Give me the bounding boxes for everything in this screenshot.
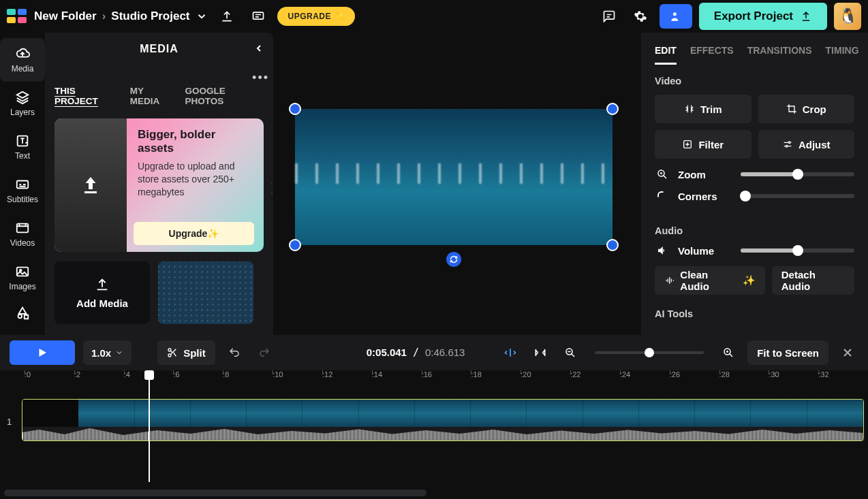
rail-text[interactable]: Text (0, 125, 45, 169)
rail-subtitles[interactable]: Subtitles (0, 169, 45, 212)
tab-effects[interactable]: EFFECTS (690, 45, 734, 65)
chevron-down-icon[interactable] (196, 10, 208, 22)
ruler-tick: :0 (25, 370, 74, 387)
gear-icon[interactable] (628, 4, 653, 29)
crop-icon (786, 103, 797, 114)
tab-google-photos[interactable]: GOOGLE PHOTOS (185, 86, 264, 109)
timeline-ruler[interactable]: :0:2:4:6:8:10:12:14:16:18:20:22:24:26:28… (0, 370, 868, 387)
svg-rect-0 (253, 12, 263, 19)
svg-point-9 (786, 145, 788, 147)
track-number: 1 (7, 417, 12, 427)
clean-audio-button[interactable]: Clean Audio ✨ (655, 266, 765, 295)
ruler-tick: :10 (273, 370, 322, 387)
scissors-icon (167, 347, 178, 358)
shapes-icon (15, 306, 30, 321)
chevron-down-icon (115, 349, 123, 357)
rail-videos[interactable]: Videos (0, 212, 45, 256)
media-clip-thumbnail[interactable] (158, 261, 253, 324)
rail-layers[interactable]: Layers (0, 82, 45, 125)
ruler-tick: :30 (769, 370, 818, 387)
tab-my-media[interactable]: MY MEDIA (130, 86, 174, 109)
corners-slider[interactable] (741, 194, 854, 198)
export-icon (800, 10, 812, 22)
fit-to-screen-button[interactable]: Fit to Screen (747, 340, 828, 365)
upload-icon (95, 277, 110, 292)
tab-this-project[interactable]: THIS PROJECT (55, 86, 119, 109)
filter-button[interactable]: Filter (655, 130, 751, 159)
app-logo[interactable] (7, 9, 27, 24)
ruler-tick: :2 (74, 370, 124, 387)
adjust-button[interactable]: Adjust (758, 130, 855, 159)
resize-handle-tl[interactable] (289, 103, 301, 115)
snap-button[interactable] (499, 342, 521, 364)
adjust-icon (782, 139, 793, 150)
image-icon (15, 264, 30, 279)
invite-button[interactable] (660, 4, 692, 29)
zoom-label: Zoom (678, 169, 732, 180)
ruler-tick: :6 (173, 370, 223, 387)
tab-timing[interactable]: TIMING (826, 45, 859, 65)
comment-icon[interactable] (246, 4, 270, 29)
undo-button[interactable] (223, 342, 245, 364)
ruler-tick: :22 (570, 370, 620, 387)
resize-handle-bl[interactable] (289, 239, 301, 251)
rail-images[interactable]: Images (0, 256, 45, 300)
upgrade-button[interactable]: UPGRADE ✨ (277, 7, 356, 26)
resize-handle-tr[interactable] (606, 103, 619, 115)
timeline-scrollbar[interactable] (4, 489, 427, 496)
layers-icon (15, 90, 30, 105)
split-button[interactable]: Split (157, 340, 215, 365)
speed-selector[interactable]: 1.0x (83, 340, 131, 365)
rail-media[interactable]: Media (0, 38, 45, 82)
play-button[interactable] (10, 340, 75, 365)
upload-icon (78, 173, 103, 197)
subtitles-icon (15, 177, 30, 192)
ruler-tick: :24 (620, 370, 670, 387)
rotate-handle[interactable] (446, 252, 461, 267)
add-media-button[interactable]: Add Media (55, 261, 150, 324)
tab-transitions[interactable]: TRANSITIONS (747, 45, 812, 65)
breadcrumb[interactable]: New Folder › Studio Project (34, 10, 208, 23)
play-icon (36, 347, 48, 359)
video-section-heading: Video (655, 76, 854, 86)
volume-slider[interactable] (741, 248, 854, 253)
zoom-out-button[interactable] (559, 342, 581, 364)
ruler-tick: :8 (223, 370, 273, 387)
export-button[interactable]: Export Project (699, 3, 827, 30)
more-icon[interactable]: ••• (252, 71, 269, 85)
close-timeline-button[interactable] (837, 342, 858, 364)
rail-shapes[interactable] (0, 300, 45, 327)
playhead[interactable] (149, 370, 150, 482)
resize-handle-br[interactable] (606, 239, 619, 251)
svg-point-8 (788, 142, 790, 144)
upload-icon[interactable] (215, 4, 239, 29)
avatar[interactable]: 🐧 (834, 3, 861, 30)
crop-button[interactable]: Crop (758, 95, 855, 123)
volume-icon (655, 244, 670, 257)
zoom-in-button[interactable] (717, 342, 739, 364)
svg-rect-4 (17, 224, 29, 233)
cloud-upload-icon (15, 46, 30, 61)
canvas-clip[interactable] (295, 109, 613, 245)
ruler-tick: :12 (322, 370, 372, 387)
breadcrumb-sep: › (102, 10, 106, 23)
ruler-tick: :32 (818, 370, 868, 387)
promo-heading: Bigger, bolder assets (138, 128, 253, 156)
video-icon (15, 221, 30, 236)
trim-edges-button[interactable] (529, 342, 551, 364)
audio-section-heading: Audio (655, 225, 854, 236)
ruler-tick: :26 (670, 370, 719, 387)
redo-button[interactable] (253, 342, 275, 364)
breadcrumb-project: Studio Project (111, 10, 189, 23)
zoom-in-icon (655, 168, 670, 180)
zoom-slider[interactable] (741, 172, 854, 176)
tab-edit[interactable]: EDIT (655, 45, 677, 65)
timeline-zoom-slider[interactable] (595, 351, 704, 354)
ruler-tick: :18 (471, 370, 521, 387)
trim-button[interactable]: Trim (655, 95, 751, 123)
upgrade-promo: Bigger, bolder assets Upgrade to upload … (55, 118, 264, 252)
promo-upgrade-button[interactable]: Upgrade ✨ (134, 222, 254, 245)
collapse-panel-button[interactable] (250, 39, 268, 57)
detach-audio-button[interactable]: Detach Audio (772, 266, 854, 295)
feedback-icon[interactable] (597, 4, 621, 29)
